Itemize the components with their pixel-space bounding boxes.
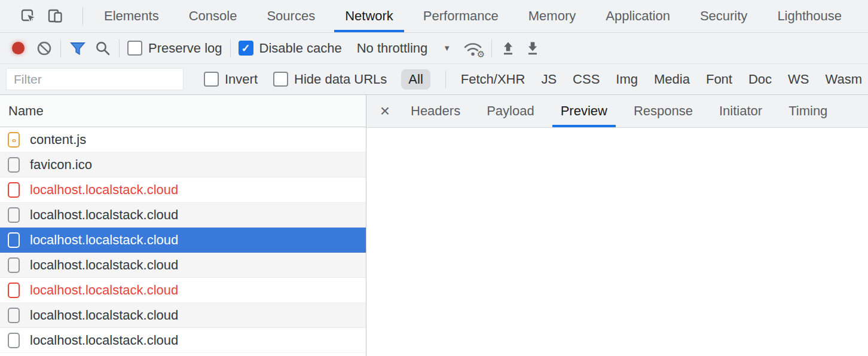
type-filter-js[interactable]: JS [541, 72, 557, 87]
chevron-down-icon: ▼ [443, 44, 451, 53]
filter-toggle-button[interactable] [69, 40, 87, 57]
type-filter-img[interactable]: Img [616, 72, 638, 87]
preserve-log-label: Preserve log [148, 41, 222, 56]
type-filter-doc[interactable]: Doc [748, 72, 772, 87]
hide-data-urls-checkbox[interactable] [273, 72, 288, 87]
request-name: content.js [30, 132, 86, 148]
clear-button[interactable] [36, 40, 53, 57]
request-name: favicon.ico [30, 157, 92, 173]
tab-timing[interactable]: Timing [780, 95, 836, 127]
tab-lighthouse[interactable]: Lighthouse [766, 0, 852, 32]
tab-application[interactable]: Application [595, 0, 681, 32]
request-name: localhost.localstack.cloud [30, 283, 178, 298]
close-icon: × [380, 102, 390, 121]
upload-icon [500, 40, 516, 57]
type-filter-font[interactable]: Font [706, 72, 732, 87]
tree-line-challenge-name[interactable]: ChallengeName: "PASSWORD_VERIFIER" [366, 227, 868, 246]
check-icon: ✓ [241, 43, 250, 54]
tab-payload[interactable]: Payload [478, 95, 543, 127]
divider [491, 39, 492, 57]
invert-label: Invert [225, 72, 258, 87]
disable-cache-label: Disable cache [259, 41, 342, 56]
tab-network[interactable]: Network [334, 0, 404, 32]
request-row-selected[interactable]: localhost.localstack.cloud [0, 228, 366, 253]
request-row[interactable]: localhost.localstack.cloud [0, 328, 366, 353]
tab-memory[interactable]: Memory [518, 0, 586, 32]
request-details-panel: × Headers Payload Preview Response Initi… [366, 95, 868, 356]
details-tabbar: × Headers Payload Preview Response Initi… [366, 95, 868, 128]
request-name: localhost.localstack.cloud [30, 232, 178, 248]
divider [445, 70, 446, 88]
document-file-icon [8, 157, 20, 173]
export-har-button[interactable] [524, 40, 541, 57]
requests-panel: Name ‹› content.js favicon.ico localhost… [0, 95, 366, 356]
request-row[interactable]: ‹› content.js [0, 127, 366, 152]
document-file-icon [8, 207, 20, 223]
invert-checkbox[interactable] [204, 72, 219, 87]
tab-response[interactable]: Response [625, 95, 701, 127]
request-name: localhost.localstack.cloud [30, 333, 178, 348]
network-conditions-button[interactable]: ⚙ [462, 39, 484, 58]
name-column-header[interactable]: Name [0, 95, 366, 127]
type-filter-css[interactable]: CSS [573, 72, 600, 87]
request-name: localhost.localstack.cloud [30, 182, 178, 198]
divider [230, 39, 231, 57]
tree-line-challenge-parameters[interactable]: ▼ChallengeParameters: {USER_ID_FOR_SRP: … [366, 284, 868, 303]
request-row[interactable]: localhost.localstack.cloud [0, 253, 366, 278]
devtools-window: Elements Console Sources Network Perform… [0, 0, 868, 356]
divider [60, 39, 61, 57]
document-file-icon [8, 333, 20, 348]
tree-line-salt[interactable]: SALT: "89b54330" [366, 342, 868, 356]
tab-elements[interactable]: Elements [93, 0, 170, 32]
request-name: localhost.localstack.cloud [30, 257, 178, 273]
type-filter-fetch-xhr[interactable]: Fetch/XHR [461, 72, 525, 87]
throttling-select[interactable]: No throttling ▼ [357, 41, 451, 56]
request-row[interactable]: localhost.localstack.cloud [0, 278, 366, 303]
request-row[interactable]: localhost.localstack.cloud [0, 177, 366, 202]
filter-bar: Invert Hide data URLs All Fetch/XHR JS C… [0, 64, 868, 95]
tab-preview[interactable]: Preview [552, 95, 616, 127]
disable-cache-checkbox[interactable]: ✓ [239, 41, 253, 56]
request-row[interactable]: localhost.localstack.cloud [0, 303, 366, 328]
document-file-icon [8, 308, 20, 323]
network-toolbar: Preserve log ✓ Disable cache No throttli… [0, 33, 868, 64]
preview-json-tree: ▼{ChallengeName: "PASSWORD_VERIFIER",…} … [366, 128, 868, 356]
record-button[interactable] [12, 42, 25, 54]
funnel-icon [69, 40, 87, 57]
throttling-value: No throttling [357, 41, 428, 56]
search-button[interactable] [94, 40, 111, 57]
tab-sources[interactable]: Sources [256, 0, 326, 32]
divider [82, 7, 83, 25]
tab-initiator[interactable]: Initiator [711, 95, 771, 127]
search-icon [94, 40, 111, 57]
document-file-icon [8, 182, 20, 198]
type-filter-all[interactable]: All [401, 69, 430, 90]
script-icon-glyph: ‹› [12, 136, 16, 144]
inspect-cursor-icon [19, 7, 37, 25]
close-button[interactable]: × [372, 95, 398, 127]
filter-input[interactable] [6, 68, 184, 90]
document-file-icon [8, 232, 20, 248]
request-name: localhost.localstack.cloud [30, 207, 178, 223]
request-name: localhost.localstack.cloud [30, 308, 178, 323]
request-row[interactable]: favicon.ico [0, 152, 366, 177]
download-icon [524, 40, 541, 57]
request-row[interactable]: localhost.localstack.cloud [0, 202, 366, 228]
tab-performance[interactable]: Performance [412, 0, 509, 32]
preserve-log-checkbox[interactable] [127, 41, 142, 56]
tab-headers[interactable]: Headers [402, 95, 469, 127]
document-file-icon [8, 257, 20, 273]
tab-security[interactable]: Security [689, 0, 758, 32]
divider [119, 39, 120, 57]
hide-data-urls-label: Hide data URLs [294, 72, 387, 87]
type-filter-wasm[interactable]: Wasm [826, 72, 863, 87]
inspect-element-button[interactable] [19, 7, 37, 25]
block-icon [36, 40, 53, 57]
tree-line-root[interactable]: ▼{ChallengeName: "PASSWORD_VERIFIER",…} [366, 170, 868, 189]
device-toolbar-icon [47, 7, 65, 25]
import-har-button[interactable] [500, 40, 516, 57]
type-filter-ws[interactable]: WS [788, 72, 809, 87]
device-toolbar-button[interactable] [47, 7, 65, 25]
type-filter-media[interactable]: Media [654, 72, 690, 87]
tab-console[interactable]: Console [178, 0, 248, 32]
